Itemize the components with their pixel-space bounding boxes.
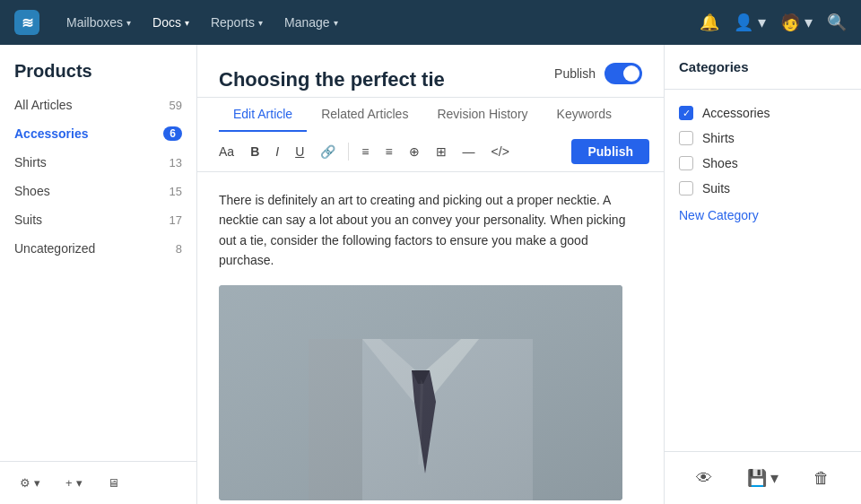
publish-toggle[interactable] — [604, 63, 642, 84]
content-header: Choosing the perfect tie Publish — [197, 45, 664, 98]
svg-rect-8 — [219, 285, 622, 500]
sidebar-item-shoes[interactable]: Shoes 15 — [0, 177, 196, 205]
sidebar-item-uncategorized[interactable]: Uncategorized 8 — [0, 234, 196, 263]
category-label-shirts: Shirts — [702, 131, 735, 145]
main-layout: Products All Articles 59 Accessories 6 S… — [0, 45, 861, 504]
publish-label: Publish — [554, 66, 596, 81]
sidebar: Products All Articles 59 Accessories 6 S… — [0, 45, 197, 504]
category-shoes[interactable]: Shoes — [679, 151, 847, 176]
sidebar-item-count: 8 — [176, 242, 182, 256]
category-checkbox-accessories[interactable]: ✓ — [679, 106, 693, 120]
tab-edit-article[interactable]: Edit Article — [219, 98, 307, 132]
sidebar-item-label: Uncategorized — [14, 241, 176, 256]
toolbar-list-button[interactable]: ≡ — [354, 140, 376, 163]
sidebar-item-all-articles[interactable]: All Articles 59 — [0, 91, 196, 119]
nav-docs[interactable]: Docs ▾ — [144, 10, 198, 35]
category-shirts[interactable]: Shirts — [679, 126, 847, 151]
nav-items: Mailboxes ▾ Docs ▾ Reports ▾ Manage ▾ — [57, 10, 700, 35]
sidebar-item-label: Suits — [14, 213, 170, 227]
delete-button[interactable]: 🗑 — [804, 464, 839, 493]
categories-header: Categories — [665, 45, 861, 90]
categories-list: ✓ Accessories Shirts Shoes Suits New Cat… — [665, 90, 861, 451]
new-category-link[interactable]: New Category — [679, 208, 847, 222]
plus-icon: + — [65, 476, 73, 490]
monitor-icon: 🖥 — [108, 476, 119, 490]
user-settings-icon[interactable]: 👤 ▾ — [734, 13, 766, 32]
editor-image — [219, 285, 622, 500]
display-button[interactable]: 🖥 — [99, 471, 128, 495]
sidebar-item-count: 15 — [170, 185, 182, 198]
right-panel-footer: 👁 💾 ▾ 🗑 — [665, 451, 861, 504]
chevron-down-icon: ▾ — [126, 18, 131, 28]
right-panel: Categories ✓ Accessories Shirts Shoes Su… — [664, 45, 861, 504]
toolbar-divider-button[interactable]: — — [456, 140, 483, 163]
chevron-down-icon: ▾ — [770, 468, 778, 488]
toolbar-embed-button[interactable]: ⊕ — [402, 140, 427, 163]
category-label-accessories: Accessories — [702, 106, 770, 120]
chevron-down-icon: ▾ — [334, 18, 338, 28]
editor-body-text: There is definitely an art to creating a… — [219, 190, 642, 271]
gear-icon: ⚙ — [20, 476, 30, 490]
category-checkbox-shoes[interactable] — [679, 156, 693, 170]
sidebar-item-label: Shirts — [14, 155, 170, 169]
toolbar-align-button[interactable]: ≡ — [378, 140, 399, 163]
save-button[interactable]: 💾 ▾ — [738, 463, 787, 493]
sidebar-item-count: 17 — [170, 213, 182, 227]
logo: ≋ — [14, 10, 39, 35]
toolbar-separator — [348, 143, 349, 161]
sidebar-list: All Articles 59 Accessories 6 Shirts 13 … — [0, 91, 196, 461]
toolbar-code-button[interactable]: </> — [484, 140, 517, 163]
chevron-down-icon: ▾ — [185, 18, 189, 28]
nav-right-icons: 🔔 👤 ▾ 🧑 ▾ 🔍 — [700, 13, 847, 32]
toolbar-table-button[interactable]: ⊞ — [429, 140, 454, 163]
tab-keywords[interactable]: Keywords — [543, 98, 626, 132]
eye-icon: 👁 — [696, 469, 712, 488]
toolbar-font-size-button[interactable]: Aa — [212, 140, 241, 163]
article-title: Choosing the perfect tie — [219, 68, 540, 91]
sidebar-item-accessories[interactable]: Accessories 6 — [0, 119, 196, 148]
add-button[interactable]: + ▾ — [57, 471, 91, 495]
chevron-down-icon: ▾ — [258, 18, 263, 28]
chevron-down-icon: ▾ — [34, 476, 40, 490]
sidebar-item-count: 59 — [170, 99, 182, 112]
avatar-icon[interactable]: 🧑 ▾ — [780, 13, 813, 32]
category-label-shoes: Shoes — [702, 156, 738, 170]
content-area: Choosing the perfect tie Publish Edit Ar… — [197, 45, 664, 504]
tab-related-articles[interactable]: Related Articles — [307, 98, 422, 132]
sidebar-item-label: All Articles — [14, 98, 170, 112]
sidebar-item-label: Shoes — [14, 184, 170, 198]
sidebar-item-count: 13 — [170, 156, 182, 169]
content-tabs: Edit Article Related Articles Revision H… — [197, 98, 664, 132]
category-label-suits: Suits — [702, 181, 730, 196]
preview-button[interactable]: 👁 — [687, 464, 721, 493]
toolbar-publish-button[interactable]: Publish — [571, 139, 649, 164]
toolbar-bold-button[interactable]: B — [243, 140, 266, 163]
sidebar-item-shirts[interactable]: Shirts 13 — [0, 148, 196, 177]
sidebar-footer: ⚙ ▾ + ▾ 🖥 — [0, 461, 196, 504]
trash-icon: 🗑 — [813, 469, 830, 488]
toolbar-italic-button[interactable]: I — [268, 140, 286, 163]
chevron-down-icon: ▾ — [76, 476, 83, 490]
sidebar-item-count: 6 — [163, 126, 182, 141]
top-navigation: ≋ Mailboxes ▾ Docs ▾ Reports ▾ Manage ▾ … — [0, 0, 861, 45]
toolbar-link-button[interactable]: 🔗 — [313, 140, 343, 163]
nav-reports[interactable]: Reports ▾ — [202, 10, 272, 35]
toolbar-underline-button[interactable]: U — [288, 140, 311, 163]
editor-toolbar: Aa B I U 🔗 ≡ ≡ ⊕ ⊞ — </> Publish — [197, 132, 664, 172]
sidebar-item-suits[interactable]: Suits 17 — [0, 205, 196, 234]
publish-area: Publish — [554, 63, 642, 84]
category-accessories[interactable]: ✓ Accessories — [679, 100, 847, 126]
save-icon: 💾 — [747, 468, 767, 488]
tab-revision-history[interactable]: Revision History — [422, 98, 542, 132]
settings-button[interactable]: ⚙ ▾ — [11, 471, 49, 495]
category-checkbox-shirts[interactable] — [679, 131, 693, 145]
editor-body[interactable]: There is definitely an art to creating a… — [197, 172, 664, 504]
bell-icon[interactable]: 🔔 — [700, 13, 719, 32]
nav-manage[interactable]: Manage ▾ — [275, 10, 347, 35]
nav-mailboxes[interactable]: Mailboxes ▾ — [57, 10, 140, 35]
category-checkbox-suits[interactable] — [679, 181, 693, 196]
tie-illustration — [219, 285, 622, 500]
sidebar-header: Products — [0, 45, 196, 91]
category-suits[interactable]: Suits — [679, 176, 847, 201]
search-icon[interactable]: 🔍 — [827, 13, 847, 32]
